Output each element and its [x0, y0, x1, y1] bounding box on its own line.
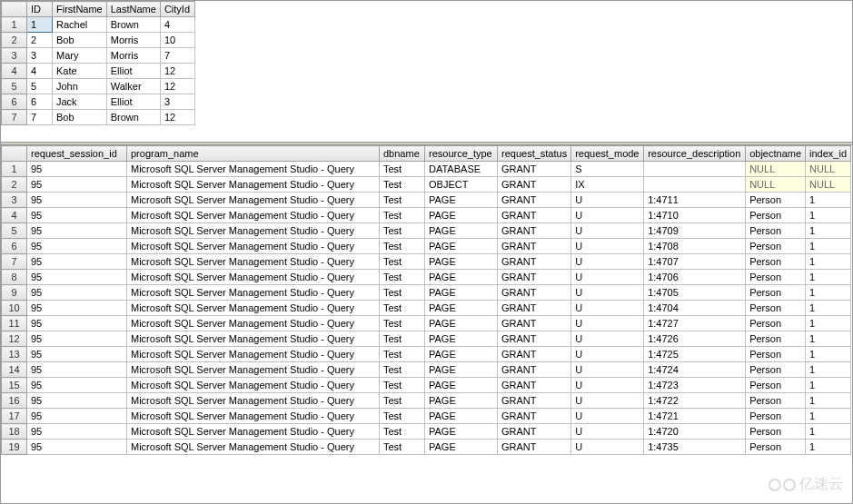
- cell-cityid[interactable]: 3: [160, 94, 194, 110]
- cell-lastname[interactable]: Brown: [106, 17, 160, 33]
- cell-dbname[interactable]: Test: [380, 378, 425, 393]
- cell-id[interactable]: 2: [27, 33, 53, 48]
- cell-objectname[interactable]: Person: [746, 239, 806, 254]
- cell-request-status[interactable]: GRANT: [498, 208, 571, 223]
- row-number[interactable]: 4: [2, 208, 27, 223]
- top-results-grid[interactable]: ID FirstName LastName CityId 11RachelBro…: [1, 1, 195, 125]
- cell-objectname[interactable]: Person: [746, 301, 806, 316]
- col-header-request-session-id[interactable]: request_session_id: [27, 146, 127, 162]
- cell-lastname[interactable]: Elliot: [106, 94, 160, 110]
- bottom-results-grid[interactable]: request_session_id program_name dbname r…: [1, 145, 851, 455]
- cell-dbname[interactable]: Test: [380, 254, 425, 270]
- cell-program-name[interactable]: Microsoft SQL Server Management Studio -…: [127, 193, 380, 208]
- cell-resource-description[interactable]: 1:4726: [644, 331, 746, 347]
- cell-request-mode[interactable]: U: [571, 254, 644, 270]
- cell-request-mode[interactable]: U: [571, 347, 644, 362]
- cell-resource-type[interactable]: PAGE: [425, 424, 498, 440]
- table-row[interactable]: 1995Microsoft SQL Server Management Stud…: [2, 440, 851, 455]
- table-row[interactable]: 1795Microsoft SQL Server Management Stud…: [2, 409, 851, 424]
- table-row[interactable]: 895Microsoft SQL Server Management Studi…: [2, 270, 851, 285]
- cell-dbname[interactable]: Test: [380, 193, 425, 208]
- cell-request-mode[interactable]: U: [571, 378, 644, 393]
- col-header-firstname[interactable]: FirstName: [53, 2, 107, 17]
- cell-resource-description[interactable]: 1:4735: [644, 440, 746, 455]
- cell-request-session-id[interactable]: 95: [27, 270, 127, 285]
- cell-index-id[interactable]: 1: [806, 362, 851, 378]
- cell-objectname[interactable]: Person: [746, 440, 806, 455]
- cell-request-status[interactable]: GRANT: [498, 254, 571, 270]
- cell-request-mode[interactable]: U: [571, 223, 644, 239]
- cell-lastname[interactable]: Morris: [106, 48, 160, 64]
- cell-resource-description[interactable]: 1:4721: [644, 409, 746, 424]
- cell-dbname[interactable]: Test: [380, 440, 425, 455]
- cell-objectname[interactable]: Person: [746, 270, 806, 285]
- cell-objectname[interactable]: Person: [746, 393, 806, 409]
- cell-request-mode[interactable]: U: [571, 270, 644, 285]
- cell-index-id[interactable]: 1: [806, 254, 851, 270]
- table-row[interactable]: 595Microsoft SQL Server Management Studi…: [2, 223, 851, 239]
- cell-request-mode[interactable]: U: [571, 393, 644, 409]
- row-number[interactable]: 12: [2, 331, 27, 347]
- cell-objectname[interactable]: Person: [746, 193, 806, 208]
- cell-request-status[interactable]: GRANT: [498, 393, 571, 409]
- cell-lastname[interactable]: Brown: [106, 110, 160, 125]
- cell-request-status[interactable]: GRANT: [498, 239, 571, 254]
- cell-resource-description[interactable]: [644, 177, 746, 193]
- cell-request-mode[interactable]: U: [571, 285, 644, 301]
- cell-dbname[interactable]: Test: [380, 223, 425, 239]
- cell-resource-type[interactable]: PAGE: [425, 301, 498, 316]
- cell-index-id[interactable]: 1: [806, 208, 851, 223]
- cell-objectname[interactable]: Person: [746, 378, 806, 393]
- table-row[interactable]: 1295Microsoft SQL Server Management Stud…: [2, 331, 851, 347]
- grid-corner[interactable]: [2, 146, 27, 162]
- cell-request-session-id[interactable]: 95: [27, 254, 127, 270]
- row-number[interactable]: 2: [2, 177, 27, 193]
- cell-program-name[interactable]: Microsoft SQL Server Management Studio -…: [127, 440, 380, 455]
- cell-program-name[interactable]: Microsoft SQL Server Management Studio -…: [127, 378, 380, 393]
- table-row[interactable]: 1695Microsoft SQL Server Management Stud…: [2, 393, 851, 409]
- cell-dbname[interactable]: Test: [380, 393, 425, 409]
- col-header-cityid[interactable]: CityId: [160, 2, 194, 17]
- col-header-program-name[interactable]: program_name: [127, 146, 380, 162]
- row-number[interactable]: 19: [2, 440, 27, 455]
- cell-dbname[interactable]: Test: [380, 208, 425, 223]
- cell-request-session-id[interactable]: 95: [27, 162, 127, 177]
- cell-request-mode[interactable]: U: [571, 331, 644, 347]
- cell-cityid[interactable]: 12: [160, 110, 194, 125]
- cell-resource-type[interactable]: PAGE: [425, 193, 498, 208]
- col-header-resource-type[interactable]: resource_type: [425, 146, 498, 162]
- cell-dbname[interactable]: Test: [380, 239, 425, 254]
- cell-index-id[interactable]: 1: [806, 239, 851, 254]
- cell-program-name[interactable]: Microsoft SQL Server Management Studio -…: [127, 347, 380, 362]
- table-row[interactable]: 295Microsoft SQL Server Management Studi…: [2, 177, 851, 193]
- row-number[interactable]: 5: [2, 79, 27, 94]
- cell-request-session-id[interactable]: 95: [27, 301, 127, 316]
- cell-resource-description[interactable]: 1:4724: [644, 362, 746, 378]
- cell-dbname[interactable]: Test: [380, 316, 425, 331]
- cell-request-session-id[interactable]: 95: [27, 285, 127, 301]
- cell-dbname[interactable]: Test: [380, 409, 425, 424]
- cell-objectname[interactable]: Person: [746, 316, 806, 331]
- row-number[interactable]: 1: [2, 17, 27, 33]
- cell-index-id[interactable]: 1: [806, 440, 851, 455]
- cell-index-id[interactable]: 1: [806, 301, 851, 316]
- row-number[interactable]: 3: [2, 48, 27, 64]
- cell-cityid[interactable]: 12: [160, 64, 194, 79]
- row-number[interactable]: 15: [2, 378, 27, 393]
- row-number[interactable]: 17: [2, 409, 27, 424]
- cell-resource-type[interactable]: PAGE: [425, 270, 498, 285]
- cell-id[interactable]: 6: [27, 94, 53, 110]
- cell-program-name[interactable]: Microsoft SQL Server Management Studio -…: [127, 424, 380, 440]
- cell-request-status[interactable]: GRANT: [498, 424, 571, 440]
- cell-program-name[interactable]: Microsoft SQL Server Management Studio -…: [127, 285, 380, 301]
- cell-resource-type[interactable]: PAGE: [425, 347, 498, 362]
- row-number[interactable]: 3: [2, 193, 27, 208]
- table-row[interactable]: 1595Microsoft SQL Server Management Stud…: [2, 378, 851, 393]
- table-row[interactable]: 44KateElliot12: [2, 64, 195, 79]
- cell-request-status[interactable]: GRANT: [498, 301, 571, 316]
- cell-index-id[interactable]: 1: [806, 424, 851, 440]
- cell-resource-description[interactable]: 1:4709: [644, 223, 746, 239]
- cell-resource-description[interactable]: 1:4705: [644, 285, 746, 301]
- table-row[interactable]: 66JackElliot3: [2, 94, 195, 110]
- cell-request-status[interactable]: GRANT: [498, 362, 571, 378]
